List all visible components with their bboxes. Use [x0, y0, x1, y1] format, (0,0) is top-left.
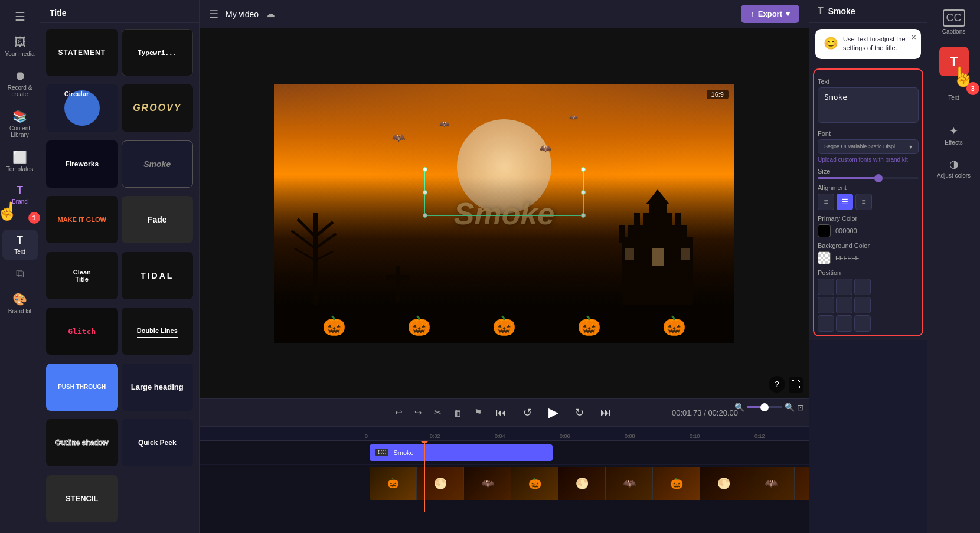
controls-bar: ↩ ↪ ✂ 🗑 ⚑ ⏮ ↺ ▶ ↻ ⏭ 00:01.73 / 00:20.00 …	[200, 398, 809, 427]
pos-mc[interactable]	[836, 297, 852, 313]
card-makeitglow-label: MAKE IT GLOW	[58, 216, 107, 223]
clip-smoke-label: Smoke	[393, 449, 413, 456]
align-left-button[interactable]: ≡	[818, 194, 834, 210]
card-groovy[interactable]: GROOVY	[122, 84, 194, 132]
fullscreen-button[interactable]: ⛶	[789, 377, 803, 393]
align-right-button[interactable]: ≡	[855, 194, 872, 210]
sidebar-item-brand-kit[interactable]: 🎨 Brand kit	[2, 287, 38, 319]
timeline-cut-btn[interactable]: ✂	[434, 407, 442, 418]
sidebar-item-templates[interactable]: ⬜ Templates	[2, 145, 38, 177]
badge-3: 3	[966, 82, 979, 95]
ruler-04: 0:04	[495, 433, 560, 439]
tool-adjust-colors[interactable]: ◑ Adjust colors	[933, 153, 975, 184]
pos-br[interactable]	[854, 315, 871, 332]
card-typewriter[interactable]: Typewri...	[122, 29, 194, 76]
video-canvas[interactable]: 🦇 🦇 🦇 🦇	[274, 84, 734, 343]
hamburger-icon[interactable]: ☰	[209, 8, 218, 21]
back-5-button[interactable]: ↺	[521, 404, 534, 421]
pos-mr[interactable]	[854, 297, 871, 313]
video-background: 🦇 🦇 🦇 🦇	[274, 84, 734, 343]
card-circular[interactable]: Circular	[46, 84, 118, 132]
pumpkin-2: 🎃	[407, 315, 431, 337]
skip-back-button[interactable]: ⏮	[494, 404, 509, 421]
card-push-through[interactable]: PUSH THROUGH	[46, 364, 118, 411]
panel-highlight: Text Smoke Font Segoe UI Variable Static…	[813, 68, 923, 336]
card-fade[interactable]: Fade	[122, 196, 194, 243]
zoom-out-button[interactable]: 🔍	[734, 403, 744, 412]
fit-button[interactable]: ⊡	[797, 403, 804, 412]
primary-color-swatch[interactable]	[818, 224, 831, 237]
tool-effects[interactable]: ✦ Effects	[933, 120, 975, 151]
timeline-undo-btn[interactable]: ↩	[395, 407, 403, 418]
pos-tr[interactable]	[854, 279, 871, 295]
font-value: Segoe UI Variable Static Display Semibol…	[824, 143, 895, 149]
frame-1: 🎃	[370, 467, 417, 500]
zoom-slider[interactable]	[747, 406, 782, 408]
card-fireworks[interactable]: Fireworks	[46, 140, 118, 188]
help-button[interactable]: ?	[769, 376, 785, 393]
timeline-delete-btn[interactable]: 🗑	[453, 408, 462, 418]
timeline-mark-btn[interactable]: ⚑	[474, 407, 482, 418]
ruler-10: 0:10	[690, 433, 754, 439]
upload-font-link[interactable]: Upload custom fonts with brand kit	[818, 156, 919, 163]
tool-text[interactable]: T ☝️ 3 Text	[933, 42, 975, 106]
card-quick-peek[interactable]: Quick Peek	[122, 419, 194, 466]
align-center-button[interactable]: ☰	[837, 194, 853, 210]
bg-color-swatch[interactable]	[818, 251, 831, 264]
sidebar-item-transitions[interactable]: ⧉	[2, 262, 38, 285]
card-statement[interactable]: Statement	[46, 29, 118, 76]
text-input[interactable]: Smoke	[818, 87, 919, 123]
timeline-redo-btn[interactable]: ↪	[414, 407, 422, 418]
sidebar-item-text[interactable]: T Text	[2, 230, 38, 260]
sidebar-item-record[interactable]: ⏺ Record & create	[2, 64, 38, 102]
card-large-heading[interactable]: Large heading	[122, 364, 194, 411]
card-make-it-glow[interactable]: MAKE IT GLOW	[46, 196, 118, 243]
pumpkin-5: 🎃	[662, 315, 686, 337]
pos-ml[interactable]	[818, 297, 834, 313]
sidebar-item-menu[interactable]: ☰	[2, 5, 38, 28]
properties-panel: T Smoke 😊 Use Text to adjust the setting…	[809, 0, 927, 340]
card-statement-label: Statement	[58, 48, 106, 57]
forward-5-button[interactable]: ↻	[573, 404, 586, 421]
card-outline-shadow[interactable]: Outline shadow	[46, 419, 118, 466]
pumpkins-row: 🎃 🎃 🎃 🎃 🎃	[274, 315, 734, 337]
sidebar-item-your-media[interactable]: 🖼 Your media	[2, 31, 38, 62]
card-stencil[interactable]: Stencil	[46, 475, 118, 522]
pos-tc[interactable]	[836, 279, 852, 295]
video-track-strip[interactable]: 🎃 🌕 🦇 🎃 🌕 🦇 🎃 🌕 🦇 🎃	[370, 467, 809, 500]
play-button[interactable]: ▶	[546, 403, 561, 423]
title-track-clip[interactable]: CC Smoke	[370, 444, 553, 461]
pos-bl[interactable]	[818, 315, 834, 332]
sidebar-item-content-library[interactable]: 📚 Content Library	[2, 104, 38, 143]
sidebar-item-brand[interactable]: T Brand ☝️ 1	[2, 179, 38, 210]
svg-rect-11	[649, 201, 667, 231]
pos-bc[interactable]	[836, 315, 852, 332]
main-area: ☰ My video ☁ ↑ Export ▾ 🦇 🦇 🦇 🦇	[200, 0, 809, 533]
font-selector[interactable]: Segoe UI Variable Static Display Semibol…	[818, 139, 919, 154]
card-smoke-label: Smoke	[143, 159, 171, 169]
svg-rect-2	[675, 237, 693, 308]
ruler-06: 0:06	[560, 433, 625, 439]
frame-8: 🌕	[700, 467, 747, 500]
far-right-tools: CC Captions T ☝️ 3 Text ✦ Effects ◑ Adju…	[927, 0, 980, 533]
tooltip-close-button[interactable]: ×	[912, 32, 916, 42]
cloud-save-icon[interactable]: ☁	[266, 8, 275, 19]
zoom-in-button[interactable]: 🔍	[785, 403, 795, 412]
card-smoke[interactable]: Smoke Add to timeline ☝️ 2	[122, 140, 194, 188]
tool-captions[interactable]: CC Captions	[933, 5, 975, 40]
alignment-row: ≡ ☰ ≡	[818, 194, 919, 210]
card-tidal[interactable]: TIDAL	[122, 252, 194, 299]
card-glitch[interactable]: Glitch	[46, 308, 118, 355]
playhead[interactable]	[424, 441, 425, 512]
card-fade-label: Fade	[148, 215, 167, 224]
card-double-lines[interactable]: Double Lines	[122, 308, 194, 355]
project-title[interactable]: My video	[226, 9, 259, 19]
card-clean-title[interactable]: CleanTitle	[46, 252, 118, 299]
svg-line-20	[315, 222, 333, 237]
export-button[interactable]: ↑ Export ▾	[741, 5, 799, 23]
pos-tl[interactable]	[818, 279, 834, 295]
skip-forward-button[interactable]: ⏭	[598, 404, 613, 421]
primary-color-row: 000000	[818, 224, 919, 237]
card-fireworks-label: Fireworks	[65, 160, 99, 168]
size-slider[interactable]	[818, 177, 919, 179]
